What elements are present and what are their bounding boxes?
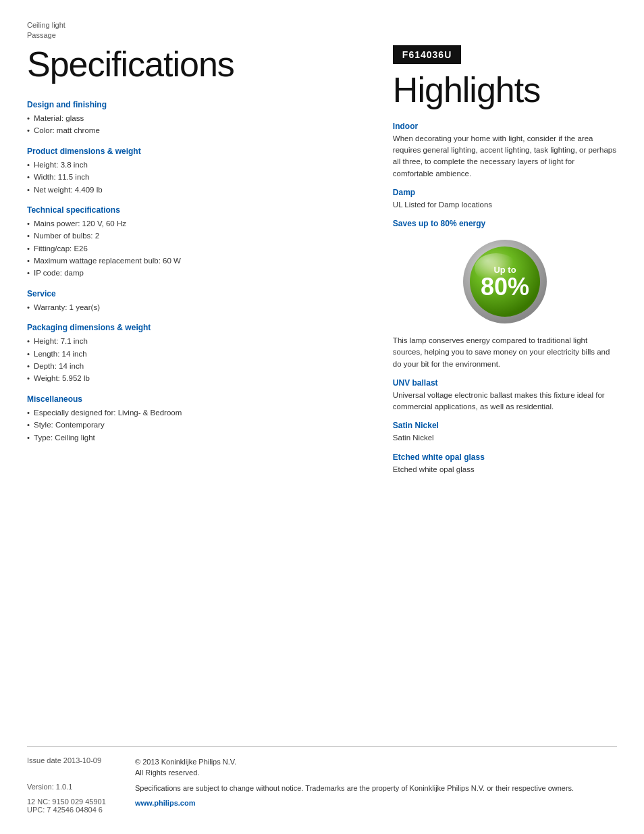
- product-dimensions-list: Height: 3.8 inch Width: 11.5 inch Net we…: [27, 159, 366, 196]
- product-dimensions-title: Product dimensions & weight: [27, 147, 366, 156]
- specs-title: Specifications: [27, 45, 366, 84]
- unv-ballast-title: UNV ballast: [393, 378, 617, 388]
- specs-column: Specifications Design and finishing Mate…: [27, 45, 386, 484]
- energy-badge: Up to 80%: [461, 238, 549, 325]
- list-item: Weight: 5.952 lb: [27, 372, 366, 384]
- etched-glass-section: Etched white opal glass Etched white opa…: [393, 452, 617, 475]
- satin-nickel-section: Satin Nickel Satin Nickel: [393, 421, 617, 444]
- main-layout: Specifications Design and finishing Mate…: [27, 45, 617, 484]
- service-list: Warranty: 1 year(s): [27, 301, 366, 313]
- list-item: Height: 3.8 inch: [27, 159, 366, 171]
- list-item: Style: Contemporary: [27, 419, 366, 431]
- energy-text: This lamp conserves energy compared to t…: [393, 335, 617, 370]
- list-item: Number of bulbs: 2: [27, 230, 366, 242]
- unv-ballast-text: Universal voltage electronic ballast mak…: [393, 390, 617, 413]
- unv-ballast-section: UNV ballast Universal voltage electronic…: [393, 378, 617, 413]
- misc-title: Miscellaneous: [27, 394, 366, 404]
- list-item: Warranty: 1 year(s): [27, 301, 366, 313]
- design-finishing-title: Design and finishing: [27, 100, 366, 109]
- footer-row-nc: 12 NC: 9150 029 45901 UPC: 7 42546 04804…: [27, 798, 617, 814]
- list-item: Length: 14 inch: [27, 348, 366, 360]
- footer-website: www.philips.com: [135, 798, 195, 809]
- etched-glass-title: Etched white opal glass: [393, 452, 617, 462]
- misc-list: Especially designed for: Living- & Bedro…: [27, 407, 366, 444]
- specs-right-col: Service Warranty: 1 year(s) Packaging di…: [27, 289, 366, 453]
- list-item: Fitting/cap: E26: [27, 242, 366, 255]
- footer-website-link[interactable]: www.philips.com: [135, 799, 195, 807]
- list-item: Type: Ceiling light: [27, 432, 366, 444]
- energy-section: Saves up to 80% energy: [393, 219, 617, 370]
- list-item: Mains power: 120 V, 60 Hz: [27, 217, 366, 230]
- packaging-title: Packaging dimensions & weight: [27, 323, 366, 332]
- technical-specs-section: Technical specifications Mains power: 12…: [27, 205, 366, 280]
- specs-two-col: Service Warranty: 1 year(s) Packaging di…: [27, 289, 366, 453]
- damp-section: Damp UL Listed for Damp locations: [393, 188, 617, 211]
- satin-nickel-title: Satin Nickel: [393, 421, 617, 430]
- technical-specs-list: Mains power: 120 V, 60 Hz Number of bulb…: [27, 217, 366, 280]
- energy-title: Saves up to 80% energy: [393, 219, 617, 228]
- footer-row-issue: Issue date 2013-10-09 © 2013 Koninklijke…: [27, 756, 617, 779]
- footer-rights-text: All Rights reserved.: [135, 768, 199, 777]
- design-finishing-list: Material: glass Color: matt chrome: [27, 112, 366, 137]
- list-item: Maximum wattage replacement bulb: 60 W: [27, 255, 366, 267]
- footer-version-label: Version: 1.0.1: [27, 783, 135, 791]
- top-label: Ceiling light Passage: [27, 20, 617, 41]
- list-item: Net weight: 4.409 lb: [27, 184, 366, 196]
- footer-row-version: Version: 1.0.1 Specifications are subjec…: [27, 783, 617, 794]
- list-item: Color: matt chrome: [27, 124, 366, 136]
- indoor-title: Indoor: [393, 122, 617, 131]
- highlights-column: F614036U Highlights Indoor When decorati…: [386, 45, 617, 484]
- product-type: Ceiling light: [27, 21, 65, 29]
- packaging-list: Height: 7.1 inch Length: 14 inch Depth: …: [27, 335, 366, 385]
- footer-nc-text: 12 NC: 9150 029 45901: [27, 798, 135, 806]
- list-item: Width: 11.5 inch: [27, 171, 366, 183]
- service-title: Service: [27, 289, 366, 298]
- footer-nc-block: 12 NC: 9150 029 45901 UPC: 7 42546 04804…: [27, 798, 135, 814]
- product-dimensions-section: Product dimensions & weight Height: 3.8 …: [27, 147, 366, 196]
- list-item: IP code: damp: [27, 267, 366, 279]
- technical-specs-title: Technical specifications: [27, 205, 366, 215]
- satin-nickel-text: Satin Nickel: [393, 432, 617, 444]
- svg-text:80%: 80%: [481, 273, 529, 301]
- indoor-text: When decorating your home with light, co…: [393, 133, 617, 180]
- packaging-section: Packaging dimensions & weight Height: 7.…: [27, 323, 366, 385]
- damp-text: UL Listed for Damp locations: [393, 199, 617, 211]
- footer-copyright-text: © 2013 Koninklijke Philips N.V.: [135, 758, 236, 766]
- footer: Issue date 2013-10-09 © 2013 Koninklijke…: [27, 746, 617, 814]
- list-item: Especially designed for: Living- & Bedro…: [27, 407, 366, 419]
- design-finishing-section: Design and finishing Material: glass Col…: [27, 100, 366, 137]
- list-item: Height: 7.1 inch: [27, 335, 366, 347]
- damp-title: Damp: [393, 188, 617, 197]
- list-item: Depth: 14 inch: [27, 360, 366, 372]
- indoor-section: Indoor When decorating your home with li…: [393, 122, 617, 180]
- page: Ceiling light Passage Specifications Des…: [0, 0, 644, 834]
- footer-copyright: © 2013 Koninklijke Philips N.V. All Righ…: [135, 756, 236, 779]
- footer-upc-text: UPC: 7 42546 04804 6: [27, 806, 135, 814]
- product-code-bar: F614036U: [393, 45, 461, 64]
- footer-disclaimer: Specifications are subject to change wit…: [135, 783, 574, 794]
- energy-badge-wrap: Up to 80%: [393, 238, 617, 325]
- etched-glass-text: Etched white opal glass: [393, 464, 617, 475]
- product-name: Passage: [27, 31, 56, 39]
- misc-section: Miscellaneous Especially designed for: L…: [27, 394, 366, 444]
- footer-issue-label: Issue date 2013-10-09: [27, 756, 135, 764]
- service-section: Service Warranty: 1 year(s): [27, 289, 366, 313]
- highlights-title: Highlights: [393, 71, 617, 109]
- list-item: Material: glass: [27, 112, 366, 124]
